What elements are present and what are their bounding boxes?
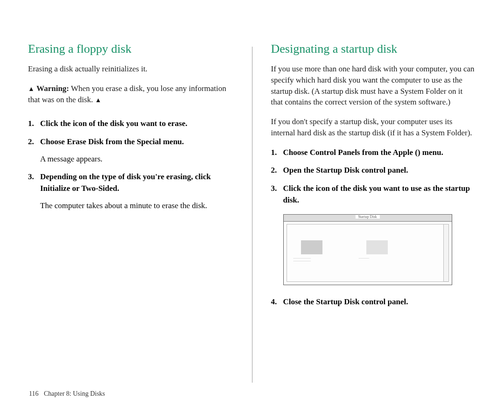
step-title: Click the icon of the disk you want to u… bbox=[283, 184, 470, 204]
step-item: Close the Startup Disk control panel. bbox=[271, 296, 476, 308]
left-steps: Click the icon of the disk you want to e… bbox=[28, 118, 233, 211]
step-item: Choose Erase Disk from the Special menu.… bbox=[28, 136, 233, 165]
step-note: A message appears. bbox=[40, 154, 233, 165]
warning-icon-end: ▲ bbox=[95, 96, 102, 105]
right-intro-1: If you use more than one hard disk with … bbox=[271, 63, 476, 108]
left-intro: Erasing a disk actually reinitializes it… bbox=[28, 63, 233, 75]
step-title: Choose Erase Disk from the Special menu. bbox=[40, 137, 184, 146]
page-number: 116 bbox=[29, 390, 38, 397]
disk-icon bbox=[301, 240, 322, 254]
right-steps-b: Close the Startup Disk control panel. bbox=[271, 296, 476, 308]
figure-caption: ························· bbox=[294, 260, 311, 263]
warning-label: Warning: bbox=[36, 84, 69, 93]
figure-scrollbar bbox=[443, 224, 448, 281]
warning-icon-start: ▲ bbox=[28, 84, 35, 94]
right-steps-a: Choose Control Panels from the Apple () … bbox=[271, 147, 476, 206]
step-title: Choose Control Panels from the Apple () … bbox=[283, 148, 443, 157]
figure-caption: ··············· bbox=[359, 257, 370, 260]
column-divider bbox=[252, 47, 252, 383]
step-item: Click the icon of the disk you want to e… bbox=[28, 118, 233, 130]
left-heading: Erasing a floppy disk bbox=[28, 42, 233, 56]
warning-block: ▲ Warning: When you erase a disk, you lo… bbox=[28, 83, 233, 105]
step-title: Close the Startup Disk control panel. bbox=[283, 297, 408, 306]
right-intro-2: If you don't specify a startup disk, you… bbox=[271, 116, 476, 139]
chapter-label: Chapter 8: Using Disks bbox=[44, 390, 105, 397]
step-item: Click the icon of the disk you want to u… bbox=[271, 183, 476, 206]
figure-title: Startup Disk bbox=[355, 215, 379, 219]
step-item: Choose Control Panels from the Apple () … bbox=[271, 147, 476, 159]
disk-icon bbox=[366, 240, 388, 254]
page-footer: 116 Chapter 8: Using Disks bbox=[29, 390, 105, 398]
step-title: Depending on the type of disk you're era… bbox=[40, 172, 211, 193]
step-title: Click the icon of the disk you want to e… bbox=[40, 119, 187, 128]
startup-disk-figure: Startup Disk ························· ·… bbox=[283, 214, 452, 285]
right-heading: Designating a startup disk bbox=[271, 42, 476, 56]
right-column: Designating a startup disk If you use mo… bbox=[271, 42, 476, 383]
step-note: The computer takes about a minute to era… bbox=[40, 200, 233, 212]
step-title: Open the Startup Disk control panel. bbox=[283, 166, 408, 175]
step-item: Open the Startup Disk control panel. bbox=[271, 165, 476, 176]
step-item: Depending on the type of disk you're era… bbox=[28, 171, 233, 211]
left-column: Erasing a floppy disk Erasing a disk act… bbox=[28, 42, 233, 383]
